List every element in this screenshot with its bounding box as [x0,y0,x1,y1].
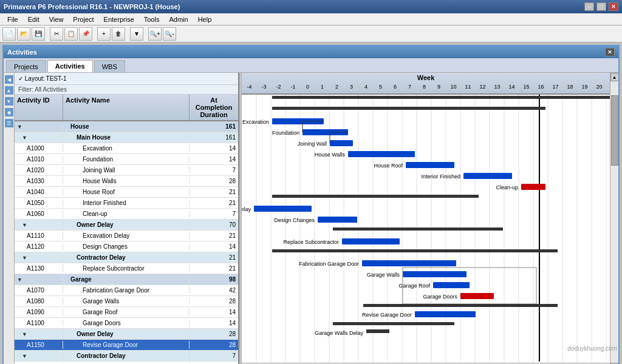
svg-text:Excavation: Excavation [242,119,269,125]
menu-enterprise[interactable]: Enterprise [99,15,139,24]
table-row[interactable]: ▼ Owner Delay 70 [15,220,238,231]
filter-btn[interactable]: ▼ [130,27,143,41]
svg-rect-45 [318,217,357,223]
scroll-up-btn[interactable]: ▲ [610,73,619,81]
svg-text:Garage Walls Delay: Garage Walls Delay [315,330,363,336]
svg-rect-38 [463,173,512,179]
table-row[interactable]: ▼ Garage 98 [15,274,238,285]
cell-duration: 28 [190,341,238,349]
cell-duration: 14 [190,243,238,251]
scroll-track-vertical[interactable] [610,81,619,363]
add-btn[interactable]: + [97,27,111,41]
table-row[interactable]: A1050 Interior Finished 21 [15,198,238,209]
table-row[interactable]: A1100 Garage Doors 14 [15,318,238,329]
cell-id: A1100 [15,319,63,327]
table-row[interactable]: A1030 House Walls 28 [15,176,238,187]
table-row[interactable]: A1000 Excavation 14 [15,143,238,154]
svg-rect-51 [362,260,456,266]
cell-id: A1130 [15,265,63,272]
menu-admin[interactable]: Admin [164,15,193,24]
cell-id: ▼ [15,330,63,338]
tab-projects[interactable]: Projects [6,60,46,72]
table-row[interactable]: ▼ House 161 [15,121,238,132]
table-row[interactable]: ▼ Contractor Delay 7 [15,351,238,362]
side-panel: ◀ ▲ ▼ ◆ ☰ [4,73,15,364]
svg-text:Fabrication Garage Door: Fabrication Garage Door [299,261,359,267]
side-icon-2[interactable]: ▲ [5,86,13,95]
close-btn[interactable]: ✕ [609,2,618,11]
copy-btn[interactable]: 📋 [64,27,78,41]
table-row[interactable]: A1140 Garage Walls Delay 7 [15,362,238,364]
cell-name: Excavation [63,144,190,152]
svg-rect-36 [406,162,454,168]
svg-text:Garage Walls: Garage Walls [367,272,400,278]
menu-project[interactable]: Project [68,15,98,24]
menu-file[interactable]: File [2,15,23,24]
cell-name: House Roof [63,188,190,196]
paste-btn[interactable]: 📌 [79,27,92,41]
table-row[interactable]: A1070 Fabrication Garage Door 42 [15,285,238,296]
cell-duration: 98 [190,275,238,283]
menu-view[interactable]: View [44,15,69,24]
svg-rect-42 [272,195,479,198]
menu-edit[interactable]: Edit [23,15,44,24]
table-row[interactable]: ▼ Owner Delay 28 [15,329,238,340]
table-row[interactable]: A1040 House Roof 21 [15,187,238,198]
window-close-btn[interactable]: ✕ [605,48,615,56]
cell-name: Fabrication Garage Door [63,286,190,294]
svg-text:avation Delay: avation Delay [242,206,251,212]
svg-text:Foundation: Foundation [272,130,299,136]
cell-name: Garage Doors [63,319,190,327]
cell-id: ▼ [15,352,63,360]
table-row[interactable]: A1120 Design Changes 14 [15,241,238,252]
table-row[interactable]: A1080 Garage Walls 28 [15,296,238,307]
content-area: ◀ ▲ ▼ ◆ ☰ ✓ Layout: TEST-1 Filter: All A… [4,73,618,364]
svg-rect-64 [366,329,389,333]
table-row[interactable]: A1060 Clean-up 7 [15,209,238,220]
header-activity-id: Activity ID [15,95,63,120]
table-row[interactable]: A1150 Revise Garage Door 28 [15,340,238,351]
tab-activities[interactable]: Activities [47,60,93,72]
new-btn[interactable]: 📄 [2,27,16,41]
zoom-out-btn[interactable]: 🔍- [163,27,176,41]
cell-duration: 21 [190,232,238,240]
table-row[interactable]: A1090 Garage Roof 14 [15,307,238,318]
menu-tools[interactable]: Tools [139,15,165,24]
table-row[interactable]: A1010 Foundation 14 [15,154,238,165]
cell-id: A1030 [15,177,63,185]
open-btn[interactable]: 📂 [17,27,30,41]
cell-name: Contractor Delay [63,254,190,261]
svg-rect-34 [348,151,415,157]
zoom-in-btn[interactable]: 🔍+ [148,27,162,41]
cell-name: Garage Roof [63,308,190,316]
svg-text:Revise Garage Door: Revise Garage Door [362,312,412,318]
side-icon-3[interactable]: ▼ [5,97,13,106]
table-row[interactable]: A1130 Replace Subcontractor 21 [15,263,238,274]
table-row[interactable]: ▼ Main House 161 [15,132,238,143]
svg-rect-32 [330,140,353,146]
cell-name: Revise Garage Door [63,341,190,349]
svg-text:Garage Roof: Garage Roof [398,283,430,289]
scroll-thumb-vertical[interactable] [611,95,618,166]
cut-btn[interactable]: ✂ [50,27,63,41]
side-icon-5[interactable]: ☰ [5,119,13,127]
table-row[interactable]: ▼ Contractor Delay 21 [15,252,238,263]
delete-btn[interactable]: 🗑 [112,27,125,41]
cell-name: Main House [63,133,190,141]
window-title-bar: Activities ✕ [4,46,618,58]
minimize-btn[interactable]: ─ [584,2,594,11]
tab-wbs[interactable]: WBS [94,60,125,72]
table-row[interactable]: A1020 Joining Wall 7 [15,165,238,176]
cell-name: Owner Delay [63,330,190,338]
cell-name: Contractor Delay [63,352,190,360]
side-icon-1[interactable]: ◀ [5,75,13,84]
table-row[interactable]: A1110 Excavation Delay 21 [15,231,238,241]
maximize-btn[interactable]: □ [596,2,606,11]
menu-help[interactable]: Help [193,15,217,24]
cell-id: ▼ [15,275,63,283]
svg-text:Joining Wall: Joining Wall [298,141,327,147]
side-icon-4[interactable]: ◆ [5,108,13,116]
cell-duration: 14 [190,308,238,316]
table-body[interactable]: ▼ House 161 ▼ Main House 161 A1000 Excav… [15,121,238,364]
save-btn[interactable]: 💾 [32,27,45,41]
